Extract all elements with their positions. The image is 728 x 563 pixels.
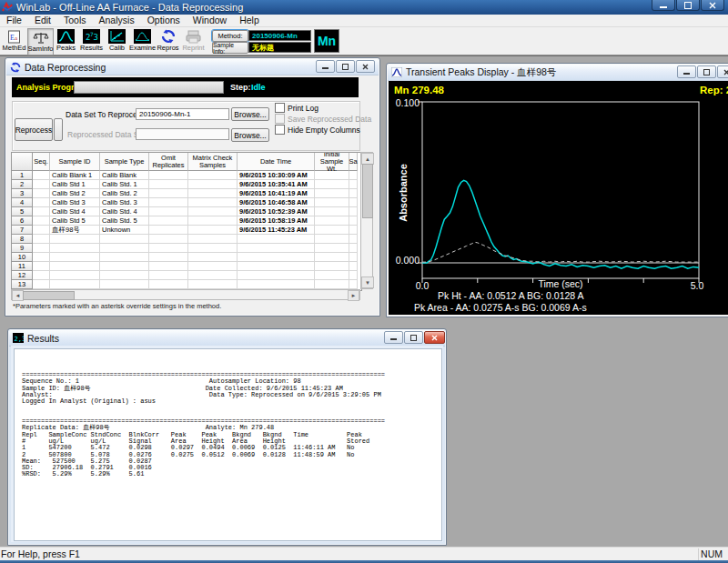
close-button[interactable] [424, 331, 445, 344]
table-cell[interactable] [349, 189, 358, 198]
table-cell[interactable]: 9/6/2015 11:45:23 AM [238, 226, 315, 235]
minimize-button[interactable] [677, 65, 696, 78]
table-cell[interactable] [149, 198, 188, 207]
table-cell[interactable] [349, 235, 358, 244]
table-cell[interactable] [188, 198, 238, 207]
table-cell[interactable] [100, 271, 149, 280]
column-header[interactable]: Date Time [238, 153, 315, 171]
table-cell[interactable] [33, 171, 50, 180]
table-cell[interactable] [50, 262, 100, 271]
table-cell[interactable] [315, 180, 349, 189]
sample-info-button[interactable]: Sample Info: [212, 42, 248, 54]
table-cell[interactable] [349, 271, 358, 280]
table-cell[interactable]: Calib Std 4 [50, 207, 100, 216]
toolbar-examine-button[interactable]: Examine [130, 28, 155, 54]
row-number-cell[interactable]: 10 [12, 253, 33, 262]
table-cell[interactable] [149, 180, 188, 189]
table-cell[interactable] [238, 262, 315, 271]
table-cell[interactable] [33, 235, 50, 244]
row-number-cell[interactable]: 8 [12, 235, 33, 244]
table-cell[interactable]: Calib Std. 3 [100, 198, 149, 207]
results-title-bar[interactable]: 2,3 Results [9, 330, 445, 347]
table-cell[interactable]: 9/6/2015 10:46:58 AM [238, 198, 315, 207]
table-cell[interactable] [33, 244, 50, 253]
table-cell[interactable] [315, 253, 349, 262]
table-cell[interactable] [188, 262, 238, 271]
table-cell[interactable] [188, 235, 238, 244]
reprocess-drop-handle[interactable] [54, 118, 63, 141]
toolbar-results-button[interactable]: 273 Results [79, 28, 104, 54]
table-cell[interactable] [149, 226, 188, 235]
column-header[interactable] [12, 153, 33, 171]
table-cell[interactable] [188, 216, 238, 226]
row-number-cell[interactable]: 6 [12, 216, 33, 226]
table-cell[interactable] [349, 244, 358, 253]
row-number-cell[interactable]: 11 [12, 262, 33, 271]
restore-button[interactable] [336, 60, 355, 73]
column-header[interactable]: Sa [349, 153, 358, 171]
maximize-button[interactable] [404, 331, 423, 344]
minimize-button[interactable] [316, 60, 335, 73]
table-cell[interactable] [188, 244, 238, 253]
table-cell[interactable] [315, 262, 349, 271]
menu-file[interactable]: File [0, 15, 28, 26]
toolbar-methed-button[interactable]: Ea MethEd [2, 28, 26, 54]
table-cell[interactable] [50, 253, 100, 262]
column-header[interactable]: Omit Replicates [149, 153, 188, 171]
print-log-checkbox[interactable]: Print Log [275, 103, 318, 113]
table-cell[interactable] [238, 253, 315, 262]
row-number-cell[interactable]: 3 [12, 189, 33, 198]
menu-options[interactable]: Options [141, 15, 187, 26]
scroll-right-arrow-icon[interactable]: ► [348, 290, 359, 301]
table-cell[interactable] [33, 207, 50, 216]
table-cell[interactable]: 9/6/2015 10:58:19 AM [238, 216, 315, 226]
table-cell[interactable] [349, 280, 358, 289]
row-number-cell[interactable]: 7 [12, 226, 33, 235]
column-header[interactable]: Initial Sample Wt. [315, 153, 349, 171]
vertical-scrollbar[interactable]: ▲ ▼ [360, 152, 373, 289]
toolbar-peaks-button[interactable]: Peaks [54, 28, 78, 54]
table-cell[interactable] [149, 280, 188, 289]
table-cell[interactable] [50, 280, 100, 289]
table-cell[interactable] [188, 253, 238, 262]
close-button[interactable] [717, 65, 728, 78]
table-cell[interactable] [315, 244, 349, 253]
table-cell[interactable] [349, 198, 358, 207]
table-cell[interactable] [33, 226, 50, 235]
table-cell[interactable] [33, 216, 50, 226]
browse-dataset-button[interactable]: Browse... [231, 107, 269, 121]
menu-analysis[interactable]: Analysis [93, 15, 141, 26]
table-cell[interactable] [238, 280, 315, 289]
table-cell[interactable] [238, 235, 315, 244]
table-cell[interactable]: 9/6/2015 10:30:09 AM [238, 171, 315, 180]
table-cell[interactable] [238, 244, 315, 253]
table-cell[interactable] [315, 216, 349, 226]
table-cell[interactable] [349, 171, 358, 180]
scrollbar-thumb[interactable] [362, 164, 373, 218]
table-cell[interactable] [315, 207, 349, 216]
row-number-cell[interactable]: 13 [12, 280, 33, 289]
results-content[interactable]: ========================================… [14, 348, 442, 541]
table-cell[interactable] [149, 189, 188, 198]
table-cell[interactable] [188, 207, 238, 216]
row-number-cell[interactable]: 9 [12, 244, 33, 253]
table-cell[interactable] [188, 280, 238, 289]
table-cell[interactable] [315, 189, 349, 198]
table-cell[interactable]: 9/6/2015 10:41:19 AM [238, 189, 315, 198]
row-number-cell[interactable]: 12 [12, 271, 33, 280]
table-cell[interactable] [315, 271, 349, 280]
table-cell[interactable] [33, 280, 50, 289]
table-cell[interactable]: Unknown [100, 226, 149, 235]
row-number-cell[interactable]: 1 [12, 171, 33, 180]
dataset-field[interactable]: 20150906-Mn-1 [136, 108, 229, 120]
table-cell[interactable] [188, 226, 238, 235]
minimize-button[interactable] [384, 331, 403, 344]
method-button[interactable]: Method: [212, 30, 248, 42]
table-cell[interactable] [149, 207, 188, 216]
hide-empty-columns-checkbox[interactable]: Hide Empty Columns [275, 125, 360, 135]
table-cell[interactable] [33, 253, 50, 262]
save-reprocessed-checkbox[interactable]: Save Reprocessed Data [275, 114, 371, 124]
table-cell[interactable] [149, 253, 188, 262]
horizontal-scrollbar[interactable]: ◄ ► [11, 289, 360, 300]
scrollbar-thumb[interactable] [23, 291, 75, 300]
